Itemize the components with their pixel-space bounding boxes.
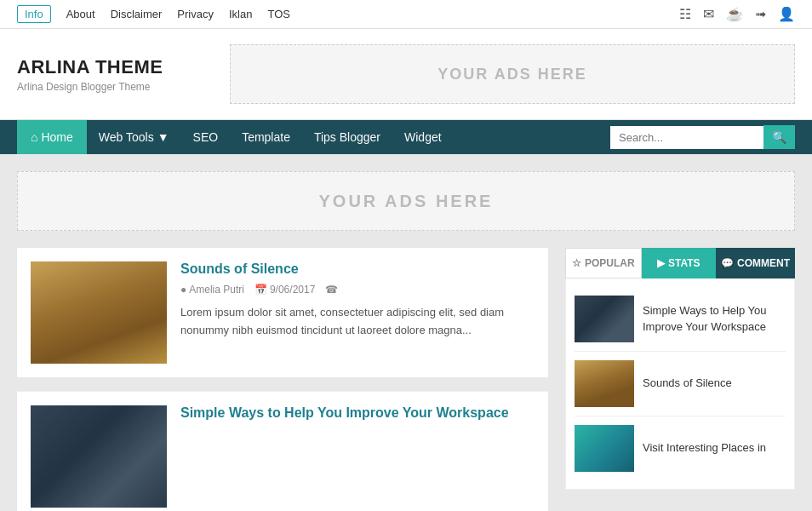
article-thumbnail — [31, 405, 167, 508]
sidebar-thumb — [575, 360, 634, 407]
nav-tipsblogger[interactable]: Tips Blogger — [302, 120, 392, 154]
sidebar-content: Simple Ways to Help You Improve Your Wor… — [565, 278, 795, 490]
top-nav-icons: ☷ ✉ ☕ ➟ 👤 — [679, 6, 795, 22]
search-button[interactable]: 🔍 — [763, 125, 795, 149]
nav-link-info[interactable]: Info — [17, 5, 51, 23]
author-icon: ● — [180, 284, 186, 296]
tab-popular[interactable]: ☆ POPULAR — [565, 248, 642, 278]
calendar-icon: 📅 — [254, 284, 267, 296]
article-body: Simple Ways to Help You Improve Your Wor… — [180, 405, 535, 428]
nav-link-disclaimer[interactable]: Disclaimer — [111, 8, 163, 20]
sidebar-item-title[interactable]: Visit Interesting Places in — [643, 440, 766, 456]
tab-stats[interactable]: ▶ STATS — [642, 248, 717, 278]
article-body: Sounds of Silence ● Amelia Putri 📅 9/06/… — [180, 261, 535, 340]
sidebar: ☆ POPULAR ▶ STATS 💬 COMMENT Simple — [565, 248, 795, 511]
stats-icon: ▶ — [657, 257, 665, 269]
nav-webtools-label: Web Tools — [99, 130, 154, 144]
nav-home[interactable]: ⌂ Home — [17, 120, 87, 154]
nav-seo[interactable]: SEO — [181, 120, 231, 154]
sidebar-image-phone — [575, 296, 634, 342]
tab-stats-label: STATS — [668, 257, 700, 269]
article-excerpt: Lorem ipsum dolor sit amet, consectetuer… — [180, 304, 535, 340]
author-name: Amelia Putri — [189, 284, 244, 296]
nav-template-label: Template — [242, 130, 290, 144]
sidebar-item: Simple Ways to Help You Improve Your Wor… — [575, 287, 786, 352]
nav-seo-label: SEO — [193, 130, 219, 144]
nav-link-tos[interactable]: TOS — [267, 8, 290, 20]
article-image-guitar — [31, 261, 167, 364]
header-ads-banner: YOUR ADS HERE — [230, 44, 795, 104]
article-author: ● Amelia Putri — [180, 284, 244, 296]
sidebar-item-title[interactable]: Sounds of Silence — [643, 376, 732, 391]
dropdown-arrow-icon: ▼ — [157, 130, 169, 144]
tab-comment-label: COMMENT — [737, 257, 790, 269]
main-content: Sounds of Silence ● Amelia Putri 📅 9/06/… — [17, 248, 548, 511]
comment-meta-icon: ☎ — [325, 284, 338, 296]
site-tagline: Arlina Design Blogger Theme — [17, 81, 204, 93]
top-nav-links: Info About Disclaimer Privacy Iklan TOS — [17, 5, 290, 23]
content-wrapper: YOUR ADS HERE Sounds of Silence ● Amelia… — [0, 154, 812, 511]
article-card: Sounds of Silence ● Amelia Putri 📅 9/06/… — [17, 248, 548, 377]
article-date: 📅 9/06/2017 — [254, 284, 315, 296]
top-navigation: Info About Disclaimer Privacy Iklan TOS … — [0, 0, 812, 29]
nav-link-about[interactable]: About — [66, 8, 95, 20]
sidebar-thumb — [575, 296, 634, 342]
nav-home-label: Home — [41, 130, 72, 144]
main-nav-links: ⌂ Home Web Tools ▼ SEO Template Tips Blo… — [17, 120, 454, 154]
site-title: ARLINA THEME — [17, 56, 204, 78]
home-icon: ⌂ — [31, 130, 37, 144]
nav-link-iklan[interactable]: Iklan — [229, 8, 252, 20]
article-thumbnail — [31, 261, 167, 364]
search-form: 🔍 — [610, 125, 795, 149]
sidebar-tabs: ☆ POPULAR ▶ STATS 💬 COMMENT — [565, 248, 795, 278]
article-card: Simple Ways to Help You Improve Your Wor… — [17, 392, 548, 511]
sidebar-image-blue — [575, 425, 634, 472]
site-header: ARLINA THEME Arlina Design Blogger Theme… — [0, 29, 812, 120]
sidebar-item: Sounds of Silence — [575, 352, 786, 416]
login-icon[interactable]: ➟ — [755, 6, 766, 22]
comment-icon: 💬 — [721, 257, 734, 269]
nav-template[interactable]: Template — [230, 120, 302, 154]
sidebar-image-guitar — [575, 360, 634, 407]
main-layout: Sounds of Silence ● Amelia Putri 📅 9/06/… — [17, 248, 795, 511]
brand-section: ARLINA THEME Arlina Design Blogger Theme — [17, 56, 204, 93]
article-title[interactable]: Simple Ways to Help You Improve Your Wor… — [180, 405, 535, 421]
user-icon[interactable]: 👤 — [778, 6, 795, 22]
tab-popular-label: POPULAR — [585, 257, 635, 269]
main-navigation: ⌂ Home Web Tools ▼ SEO Template Tips Blo… — [0, 120, 812, 154]
nav-tipsblogger-label: Tips Blogger — [314, 130, 380, 144]
nav-widget-label: Widget — [404, 130, 442, 144]
cup-icon[interactable]: ☕ — [726, 6, 743, 22]
star-icon: ☆ — [572, 257, 581, 269]
nav-webtools[interactable]: Web Tools ▼ — [87, 120, 181, 154]
sidebar-item: Visit Interesting Places in — [575, 416, 786, 480]
date-value: 9/06/2017 — [270, 284, 315, 296]
article-image-phone — [31, 405, 167, 508]
sidebar-item-title[interactable]: Simple Ways to Help You Improve Your Wor… — [643, 303, 786, 334]
nav-widget[interactable]: Widget — [392, 120, 454, 154]
banner-ads: YOUR ADS HERE — [17, 171, 795, 231]
grid-icon[interactable]: ☷ — [679, 6, 691, 22]
tab-comment[interactable]: 💬 COMMENT — [716, 248, 795, 278]
article-title[interactable]: Sounds of Silence — [180, 261, 535, 277]
search-input[interactable] — [610, 126, 763, 149]
nav-link-privacy[interactable]: Privacy — [177, 8, 214, 20]
sidebar-thumb — [575, 425, 634, 472]
mail-icon[interactable]: ✉ — [703, 6, 714, 22]
article-meta: ● Amelia Putri 📅 9/06/2017 ☎ — [180, 284, 535, 296]
